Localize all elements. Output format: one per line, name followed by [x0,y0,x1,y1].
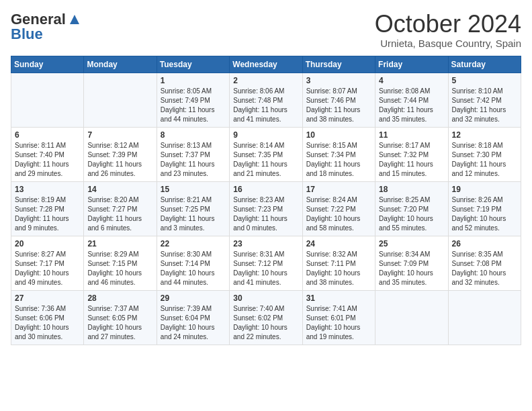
calendar-cell: 16Sunrise: 8:23 AM Sunset: 7:23 PM Dayli… [230,181,302,236]
calendar-cell: 23Sunrise: 8:31 AM Sunset: 7:12 PM Dayli… [230,236,302,290]
cell-info: Sunrise: 8:15 AM Sunset: 7:34 PM Dayligh… [306,141,371,179]
calendar-cell: 20Sunrise: 8:27 AM Sunset: 7:17 PM Dayli… [11,236,84,290]
day-number: 20 [15,239,80,248]
calendar-week-4: 20Sunrise: 8:27 AM Sunset: 7:17 PM Dayli… [11,236,521,290]
cell-info: Sunrise: 8:05 AM Sunset: 7:49 PM Dayligh… [161,87,226,124]
cell-info: Sunrise: 7:39 AM Sunset: 6:04 PM Dayligh… [161,304,226,342]
cell-info: Sunrise: 8:24 AM Sunset: 7:22 PM Dayligh… [306,195,371,233]
cell-info: Sunrise: 8:30 AM Sunset: 7:14 PM Dayligh… [161,250,226,287]
calendar-cell: 22Sunrise: 8:30 AM Sunset: 7:14 PM Dayli… [157,236,229,290]
day-number: 19 [452,185,517,194]
cell-info: Sunrise: 7:37 AM Sunset: 6:05 PM Dayligh… [87,304,152,342]
calendar-week-3: 13Sunrise: 8:19 AM Sunset: 7:28 PM Dayli… [11,181,521,236]
cell-info: Sunrise: 8:12 AM Sunset: 7:39 PM Dayligh… [87,141,152,179]
calendar-week-2: 6Sunrise: 8:11 AM Sunset: 7:40 PM Daylig… [11,127,521,181]
day-number: 3 [306,76,371,85]
weekday-header-sunday: Sunday [11,56,84,73]
day-number: 24 [306,239,371,248]
calendar-cell [84,73,157,127]
logo-icon [69,13,81,26]
cell-info: Sunrise: 7:40 AM Sunset: 6:02 PM Dayligh… [233,304,298,342]
day-number: 18 [379,185,444,194]
calendar-cell: 4Sunrise: 8:08 AM Sunset: 7:44 PM Daylig… [375,73,448,127]
cell-info: Sunrise: 8:19 AM Sunset: 7:28 PM Dayligh… [15,195,80,233]
calendar-cell: 3Sunrise: 8:07 AM Sunset: 7:46 PM Daylig… [302,73,375,127]
cell-info: Sunrise: 8:32 AM Sunset: 7:11 PM Dayligh… [306,250,371,287]
cell-info: Sunrise: 8:29 AM Sunset: 7:15 PM Dayligh… [87,250,152,287]
day-number: 29 [161,293,226,303]
calendar-cell: 28Sunrise: 7:37 AM Sunset: 6:05 PM Dayli… [84,290,157,345]
day-number: 25 [379,239,444,248]
cell-info: Sunrise: 7:41 AM Sunset: 6:01 PM Dayligh… [306,304,371,342]
calendar-cell: 18Sunrise: 8:25 AM Sunset: 7:20 PM Dayli… [375,181,448,236]
calendar-week-5: 27Sunrise: 7:36 AM Sunset: 6:06 PM Dayli… [11,290,521,345]
calendar-cell: 1Sunrise: 8:05 AM Sunset: 7:49 PM Daylig… [157,73,229,127]
day-number: 2 [233,76,298,85]
day-number: 30 [233,293,298,303]
calendar-cell [375,290,448,345]
day-number: 23 [233,239,298,248]
logo-blue: Blue [11,26,43,43]
cell-info: Sunrise: 8:08 AM Sunset: 7:44 PM Dayligh… [379,87,444,124]
calendar-cell [448,290,521,345]
day-number: 10 [306,130,371,140]
calendar-cell: 14Sunrise: 8:20 AM Sunset: 7:27 PM Dayli… [84,181,157,236]
calendar-cell: 24Sunrise: 8:32 AM Sunset: 7:11 PM Dayli… [302,236,375,290]
calendar-cell: 5Sunrise: 8:10 AM Sunset: 7:42 PM Daylig… [448,73,521,127]
cell-info: Sunrise: 7:36 AM Sunset: 6:06 PM Dayligh… [15,304,80,342]
page-header: General Blue October 2024 Urnieta, Basqu… [11,11,521,49]
calendar-cell: 17Sunrise: 8:24 AM Sunset: 7:22 PM Dayli… [302,181,375,236]
day-number: 13 [15,185,80,194]
day-number: 1 [161,76,226,85]
weekday-header-wednesday: Wednesday [230,56,302,73]
cell-info: Sunrise: 8:07 AM Sunset: 7:46 PM Dayligh… [306,87,371,124]
day-number: 6 [15,130,80,140]
cell-info: Sunrise: 8:21 AM Sunset: 7:25 PM Dayligh… [161,195,226,233]
day-number: 15 [161,185,226,194]
cell-info: Sunrise: 8:11 AM Sunset: 7:40 PM Dayligh… [15,141,80,179]
weekday-header-thursday: Thursday [302,56,375,73]
calendar-cell: 25Sunrise: 8:34 AM Sunset: 7:09 PM Dayli… [375,236,448,290]
calendar-cell: 30Sunrise: 7:40 AM Sunset: 6:02 PM Dayli… [230,290,302,345]
day-number: 4 [379,76,444,85]
cell-info: Sunrise: 8:06 AM Sunset: 7:48 PM Dayligh… [233,87,298,124]
calendar-cell: 19Sunrise: 8:26 AM Sunset: 7:19 PM Dayli… [448,181,521,236]
cell-info: Sunrise: 8:31 AM Sunset: 7:12 PM Dayligh… [233,250,298,287]
day-number: 7 [87,130,152,140]
day-number: 26 [452,239,517,248]
day-number: 16 [233,185,298,194]
day-number: 12 [452,130,517,140]
day-number: 11 [379,130,444,140]
calendar-week-1: 1Sunrise: 8:05 AM Sunset: 7:49 PM Daylig… [11,73,521,127]
day-number: 5 [452,76,517,85]
weekday-header-tuesday: Tuesday [157,56,229,73]
calendar-cell: 6Sunrise: 8:11 AM Sunset: 7:40 PM Daylig… [11,127,84,181]
cell-info: Sunrise: 8:10 AM Sunset: 7:42 PM Dayligh… [452,87,517,124]
month-title: October 2024 [375,11,521,38]
calendar-cell: 15Sunrise: 8:21 AM Sunset: 7:25 PM Dayli… [157,181,229,236]
calendar-body: 1Sunrise: 8:05 AM Sunset: 7:49 PM Daylig… [11,73,521,345]
cell-info: Sunrise: 8:17 AM Sunset: 7:32 PM Dayligh… [379,141,444,179]
location-title: Urnieta, Basque Country, Spain [375,38,521,49]
logo: General Blue [11,11,81,43]
day-number: 14 [87,185,152,194]
calendar-cell: 12Sunrise: 8:18 AM Sunset: 7:30 PM Dayli… [448,127,521,181]
calendar-cell: 7Sunrise: 8:12 AM Sunset: 7:39 PM Daylig… [84,127,157,181]
weekday-header-saturday: Saturday [448,56,521,73]
calendar-header: SundayMondayTuesdayWednesdayThursdayFrid… [11,56,521,73]
weekday-header-friday: Friday [375,56,448,73]
day-number: 8 [161,130,226,140]
day-number: 31 [306,293,371,303]
cell-info: Sunrise: 8:13 AM Sunset: 7:37 PM Dayligh… [161,141,226,179]
calendar-cell: 11Sunrise: 8:17 AM Sunset: 7:32 PM Dayli… [375,127,448,181]
calendar-cell: 13Sunrise: 8:19 AM Sunset: 7:28 PM Dayli… [11,181,84,236]
day-number: 21 [87,239,152,248]
calendar-cell: 29Sunrise: 7:39 AM Sunset: 6:04 PM Dayli… [157,290,229,345]
weekday-header-monday: Monday [84,56,157,73]
cell-info: Sunrise: 8:18 AM Sunset: 7:30 PM Dayligh… [452,141,517,179]
cell-info: Sunrise: 8:34 AM Sunset: 7:09 PM Dayligh… [379,250,444,287]
day-number: 9 [233,130,298,140]
day-number: 27 [15,293,80,303]
cell-info: Sunrise: 8:14 AM Sunset: 7:35 PM Dayligh… [233,141,298,179]
cell-info: Sunrise: 8:27 AM Sunset: 7:17 PM Dayligh… [15,250,80,287]
